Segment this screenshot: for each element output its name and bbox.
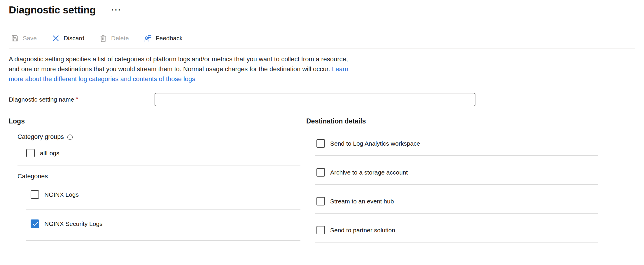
- nginx-logs-row: NGINX Logs: [31, 190, 300, 199]
- stream-event-hub-label: Stream to an event hub: [330, 198, 394, 205]
- command-bar: Save Discard Delete Feedback: [9, 33, 635, 44]
- discard-label: Discard: [64, 35, 84, 42]
- stream-event-hub-checkbox[interactable]: [316, 197, 325, 205]
- description-line2: and one or more destinations that you wo…: [9, 65, 330, 73]
- info-circle-icon[interactable]: [67, 134, 73, 140]
- send-partner-solution-label: Send to partner solution: [330, 227, 395, 234]
- send-partner-solution-checkbox[interactable]: [316, 226, 325, 234]
- destination-details-heading: Destination details: [306, 117, 598, 125]
- archive-storage-row: Archive to a storage account: [316, 168, 598, 177]
- nginx-security-logs-row: NGINX Security Logs: [31, 219, 300, 228]
- stream-event-hub-row: Stream to an event hub: [316, 197, 598, 205]
- description-text: A diagnostic setting specifies a list of…: [9, 54, 635, 84]
- diagnostic-setting-page: Diagnostic setting ··· Save Discard: [0, 0, 644, 265]
- nginx-logs-checkbox[interactable]: [31, 190, 39, 199]
- content-columns: Logs Category groups allLogs Categories …: [9, 117, 635, 243]
- trash-icon: [99, 34, 108, 43]
- save-button[interactable]: Save: [9, 34, 38, 43]
- archive-storage-label: Archive to a storage account: [330, 169, 408, 176]
- category-groups-row: Category groups: [18, 133, 300, 141]
- categories-label: Categories: [18, 173, 300, 180]
- destination-details-section: Destination details Send to Log Analytic…: [306, 117, 598, 243]
- send-to-log-analytics-checkbox[interactable]: [316, 139, 325, 148]
- divider: [315, 242, 598, 243]
- nginx-security-logs-label: NGINX Security Logs: [44, 220, 103, 227]
- alllogs-label: allLogs: [40, 150, 60, 157]
- diagnostic-setting-name-label: Diagnostic setting name*: [9, 96, 155, 103]
- name-field-row: Diagnostic setting name*: [9, 93, 635, 106]
- save-label: Save: [23, 35, 37, 42]
- page-header: Diagnostic setting ···: [9, 4, 635, 16]
- logs-section: Logs Category groups allLogs Categories …: [9, 117, 300, 243]
- send-to-log-analytics-row: Send to Log Analytics workspace: [316, 139, 598, 148]
- category-groups-label: Category groups: [18, 133, 64, 141]
- divider: [315, 184, 598, 185]
- send-partner-solution-row: Send to partner solution: [316, 226, 598, 234]
- discard-x-icon: [51, 34, 60, 43]
- nginx-security-logs-checkbox[interactable]: [31, 219, 39, 228]
- send-to-log-analytics-label: Send to Log Analytics workspace: [330, 140, 420, 147]
- delete-label: Delete: [111, 35, 129, 42]
- more-button[interactable]: ···: [111, 6, 122, 14]
- save-icon: [10, 34, 19, 43]
- feedback-button[interactable]: Feedback: [142, 34, 184, 43]
- divider: [18, 165, 300, 165]
- archive-storage-checkbox[interactable]: [316, 168, 325, 177]
- description-line1: A diagnostic setting specifies a list of…: [9, 55, 348, 63]
- toolbar-divider: [9, 48, 635, 48]
- delete-button[interactable]: Delete: [97, 34, 131, 43]
- diagnostic-setting-name-input[interactable]: [155, 93, 475, 106]
- feedback-label: Feedback: [156, 35, 183, 42]
- nginx-logs-label: NGINX Logs: [44, 191, 79, 198]
- divider: [26, 209, 300, 210]
- divider: [26, 240, 300, 241]
- alllogs-checkbox[interactable]: [26, 149, 35, 157]
- alllogs-row: allLogs: [26, 149, 300, 157]
- divider: [315, 213, 598, 214]
- divider: [315, 155, 598, 156]
- feedback-person-bubble-icon: [144, 34, 152, 43]
- discard-button[interactable]: Discard: [50, 34, 86, 43]
- required-asterisk: *: [76, 95, 78, 102]
- logs-heading: Logs: [9, 117, 300, 125]
- page-title: Diagnostic setting: [9, 4, 96, 16]
